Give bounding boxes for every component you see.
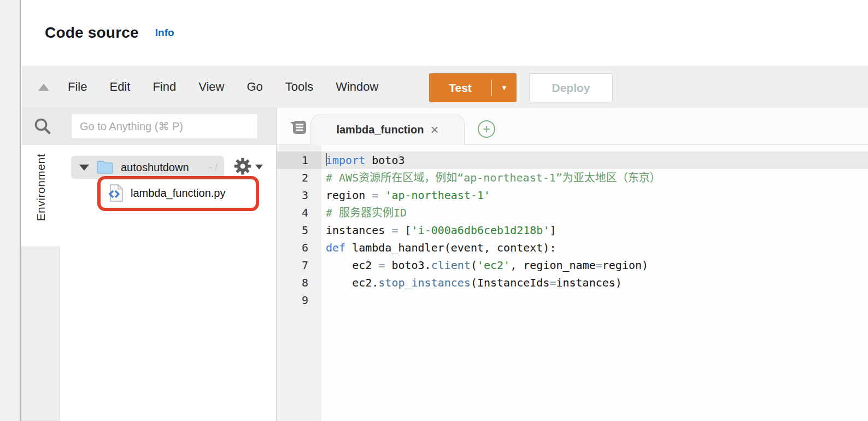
menu-item-tools[interactable]: Tools [285, 80, 313, 94]
code-text[interactable] [321, 291, 868, 309]
editor-menubar: FileEditFindViewGoToolsWindow Test ▼ Dep… [22, 66, 868, 108]
file-tree-panel: autoshutdown - / lambda_function.py [60, 145, 276, 421]
line-number[interactable]: 5 [277, 221, 321, 239]
folder-expand-icon[interactable] [79, 165, 89, 171]
menu-item-view[interactable]: View [198, 80, 224, 94]
goto-anything-bar [22, 108, 276, 145]
code-line: 8 ec2.stop_instances(InstanceIds=instanc… [277, 274, 868, 291]
code-text[interactable]: import boto3 [321, 151, 868, 169]
menu-items: FileEditFindViewGoToolsWindow [68, 66, 378, 108]
left-dock-filler [21, 247, 60, 421]
menu-item-find[interactable]: Find [153, 80, 176, 94]
code-line: 1import boto3 [277, 151, 868, 169]
line-number[interactable]: 9 [277, 291, 321, 309]
gear-icon[interactable] [233, 156, 253, 176]
code-text[interactable]: region = 'ap-northeast-1' [321, 186, 868, 204]
code-line: 3region = 'ap-northeast-1' [277, 186, 868, 204]
code-line: 4# 服务器实例ID [277, 204, 868, 221]
menu-item-edit[interactable]: Edit [109, 80, 130, 94]
folder-name: autoshutdown [121, 161, 189, 174]
code-text[interactable]: ec2.stop_instances(InstanceIds=instances… [321, 274, 868, 291]
code-source-header: Code source Info [22, 0, 868, 66]
line-number[interactable]: 6 [277, 239, 321, 256]
menu-item-go[interactable]: Go [247, 80, 262, 94]
python-file-icon [108, 184, 124, 202]
code-line: 2# AWS资源所在区域，例如“ap-northeast-1”为亚太地区（东京） [277, 169, 868, 186]
collapse-panel-icon[interactable] [38, 84, 49, 91]
deploy-button[interactable]: Deploy [529, 73, 613, 102]
tab-list-icon[interactable] [289, 120, 307, 135]
menu-item-file[interactable]: File [68, 80, 87, 94]
menu-item-window[interactable]: Window [336, 80, 378, 94]
tree-file-lambda-function[interactable]: lambda_function.py [108, 182, 250, 204]
environment-tab[interactable]: Environment [34, 154, 48, 221]
test-dropdown-caret-icon[interactable]: ▼ [492, 84, 517, 92]
line-number[interactable]: 2 [277, 169, 321, 186]
code-text[interactable]: instances = ['i-000a6db6ceb1d218b'] [321, 221, 868, 239]
code-line: 7 ec2 = boto3.client('ec2', region_name=… [277, 256, 868, 274]
code-line: 5instances = ['i-000a6db6ceb1d218b'] [277, 221, 868, 239]
search-icon [33, 116, 52, 136]
code-editor[interactable]: 1import boto32# AWS资源所在区域，例如“ap-northeas… [276, 145, 868, 421]
file-name: lambda_function.py [131, 187, 225, 200]
test-button[interactable]: Test ▼ [429, 73, 517, 102]
deploy-button-label: Deploy [552, 81, 590, 95]
line-number[interactable]: 3 [277, 186, 321, 204]
info-link[interactable]: Info [155, 27, 174, 39]
code-text[interactable]: def lambda_handler(event, context): [321, 239, 868, 256]
page-left-gutter [0, 0, 21, 421]
left-dock: Environment [22, 145, 60, 421]
code-text[interactable]: ec2 = boto3.client('ec2', region_name=re… [321, 256, 868, 274]
page-title: Code source [45, 24, 139, 42]
code-text[interactable]: # AWS资源所在区域，例如“ap-northeast-1”为亚太地区（东京） [321, 169, 868, 186]
code-lines: 1import boto32# AWS资源所在区域，例如“ap-northeas… [277, 151, 868, 309]
folder-path-suffix: - / [209, 162, 218, 173]
line-number[interactable]: 1 [277, 151, 321, 169]
tab-label: lambda_function [336, 124, 424, 136]
tab-lambda-function[interactable]: lambda_function × [310, 114, 465, 145]
line-number[interactable]: 4 [277, 204, 321, 221]
goto-anything-input[interactable] [71, 114, 258, 139]
tree-folder-autoshutdown[interactable]: autoshutdown - / [71, 156, 224, 179]
code-line: 9 [277, 291, 868, 309]
editor-tabstrip: lambda_function × + [276, 108, 868, 145]
line-number[interactable]: 7 [277, 256, 321, 274]
line-number[interactable]: 8 [277, 274, 321, 291]
new-tab-icon[interactable]: + [478, 120, 495, 138]
test-button-label: Test [429, 81, 491, 95]
lambda-code-source-screen: Code source Info FileEditFindViewGoTools… [0, 0, 868, 421]
tab-close-icon[interactable]: × [430, 124, 438, 135]
code-line: 6def lambda_handler(event, context): [277, 239, 868, 256]
gear-dropdown-caret-icon[interactable] [255, 165, 263, 169]
folder-icon [96, 160, 114, 174]
code-text[interactable]: # 服务器实例ID [321, 204, 868, 221]
